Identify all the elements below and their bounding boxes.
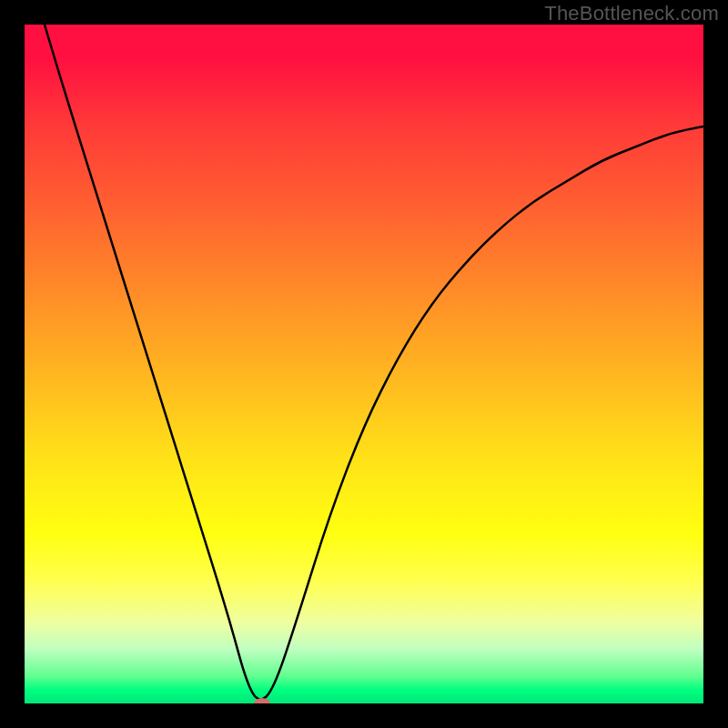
bottleneck-curve-svg	[25, 25, 703, 703]
watermark-text: TheBottleneck.com	[544, 2, 719, 25]
bottleneck-curve-path	[25, 25, 703, 700]
chart-plot-area	[25, 25, 703, 703]
optimal-point-marker	[254, 698, 270, 703]
